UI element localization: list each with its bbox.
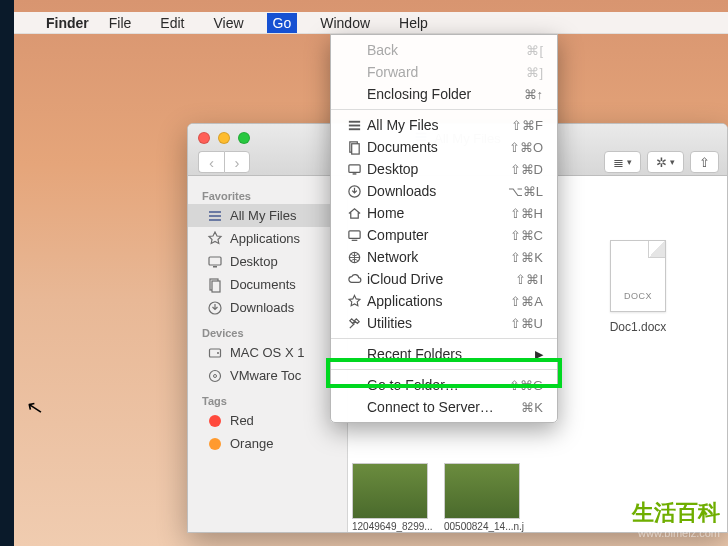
menu-separator xyxy=(331,369,557,370)
sidebar-item-allmyfiles[interactable]: All My Files xyxy=(188,204,347,227)
menu-item-downloads[interactable]: Downloads⌥⌘L xyxy=(331,180,557,202)
menu-shortcut: ⇧⌘K xyxy=(510,250,543,265)
sidebar-item-downloads[interactable]: Downloads xyxy=(188,296,347,319)
sidebar-tag-red[interactable]: Red xyxy=(188,409,347,432)
menu-shortcut: ⇧⌘F xyxy=(511,118,543,133)
file-name: Doc1.docx xyxy=(603,320,673,334)
sidebar-item-label: All My Files xyxy=(230,208,296,223)
watermark-title: 生活百科 xyxy=(632,500,720,526)
sidebar-item-desktop[interactable]: Desktop xyxy=(188,250,347,273)
menu-edit[interactable]: Edit xyxy=(154,13,190,33)
sidebar: Favorites All My Files Applications Desk… xyxy=(188,176,348,532)
menu-help[interactable]: Help xyxy=(393,13,434,33)
menu-item-connect-to-server[interactable]: Connect to Server…⌘K xyxy=(331,396,557,418)
menu-shortcut: ⇧⌘O xyxy=(509,140,543,155)
section-favorites: Favorites xyxy=(188,182,347,204)
menu-view[interactable]: View xyxy=(207,13,249,33)
svg-rect-17 xyxy=(348,128,359,130)
menu-item-icloud-drive[interactable]: iCloud Drive⇧⌘I xyxy=(331,268,557,290)
allfiles-icon xyxy=(345,118,363,133)
action-button[interactable]: ✲▾ xyxy=(647,151,684,173)
menu-item-label: Utilities xyxy=(367,315,510,331)
menu-item-utilities[interactable]: Utilities⇧⌘U xyxy=(331,312,557,334)
menu-item-label: Home xyxy=(367,205,510,221)
menu-item-label: Enclosing Folder xyxy=(367,86,524,102)
menu-item-home[interactable]: Home⇧⌘H xyxy=(331,202,557,224)
app-name[interactable]: Finder xyxy=(46,15,89,31)
sidebar-item-documents[interactable]: Documents xyxy=(188,273,347,296)
menu-item-network[interactable]: Network⇧⌘K xyxy=(331,246,557,268)
sidebar-tag-orange[interactable]: Orange xyxy=(188,432,347,455)
svg-rect-6 xyxy=(209,257,221,265)
menu-item-label: Recent Folders xyxy=(367,346,535,362)
downloads-icon xyxy=(206,299,223,316)
menu-window[interactable]: Window xyxy=(314,13,376,33)
menu-item-back: Back⌘[ xyxy=(331,39,557,61)
documents-icon xyxy=(206,276,223,293)
menu-item-recent-folders[interactable]: Recent Folders▶ xyxy=(331,343,557,365)
menu-file[interactable]: File xyxy=(103,13,138,33)
menu-shortcut: ⇧⌘C xyxy=(510,228,543,243)
file-item-image[interactable]: 00500824_14...n.jpg xyxy=(444,463,524,532)
menu-shortcut: ⇧⌘G xyxy=(509,378,543,393)
menu-shortcut: ⇧⌘A xyxy=(510,294,543,309)
file-name: 00500824_14...n.jpg xyxy=(444,521,524,532)
menu-item-desktop[interactable]: Desktop⇧⌘D xyxy=(331,158,557,180)
menu-item-documents[interactable]: Documents⇧⌘O xyxy=(331,136,557,158)
svg-rect-20 xyxy=(348,164,359,172)
svg-point-13 xyxy=(209,370,220,381)
file-item-doc[interactable]: DOCX Doc1.docx xyxy=(603,240,673,334)
allmyfiles-icon xyxy=(206,207,223,224)
utilities-icon xyxy=(345,316,363,331)
svg-rect-23 xyxy=(348,230,359,238)
menu-item-enclosing-folder[interactable]: Enclosing Folder⌘↑ xyxy=(331,83,557,105)
back-button[interactable]: ‹ xyxy=(198,151,224,173)
docx-icon: DOCX xyxy=(610,240,666,312)
section-devices: Devices xyxy=(188,319,347,341)
svg-point-14 xyxy=(213,374,216,377)
go-menu: Back⌘[Forward⌘]Enclosing Folder⌘↑All My … xyxy=(330,34,558,423)
menu-item-label: Applications xyxy=(367,293,510,309)
sidebar-item-label: Downloads xyxy=(230,300,294,315)
menu-item-applications[interactable]: Applications⇧⌘A xyxy=(331,290,557,312)
menu-item-label: Go to Folder… xyxy=(367,377,509,393)
share-icon: ⇧ xyxy=(699,155,710,170)
menu-item-all-my-files[interactable]: All My Files⇧⌘F xyxy=(331,114,557,136)
sidebar-item-hdd[interactable]: MAC OS X 1 xyxy=(188,341,347,364)
share-button[interactable]: ⇧ xyxy=(690,151,719,173)
svg-rect-3 xyxy=(209,211,221,213)
image-icon xyxy=(444,463,520,519)
apps-icon xyxy=(345,294,363,309)
sidebar-item-applications[interactable]: Applications xyxy=(188,227,347,250)
menu-shortcut: ⇧⌘U xyxy=(510,316,543,331)
file-item-image[interactable]: 12049649_8299...n.jpg xyxy=(352,463,432,532)
forward-button[interactable]: › xyxy=(224,151,250,173)
menu-item-forward: Forward⌘] xyxy=(331,61,557,83)
svg-rect-21 xyxy=(352,173,356,174)
cursor-icon: ↖ xyxy=(24,393,46,420)
chevron-down-icon: ▾ xyxy=(627,157,632,167)
sidebar-item-label: Red xyxy=(230,413,254,428)
menu-separator xyxy=(331,338,557,339)
menu-item-label: Forward xyxy=(367,64,526,80)
menu-go[interactable]: Go xyxy=(267,13,298,33)
menu-shortcut: ⌘K xyxy=(521,400,543,415)
menu-item-label: Network xyxy=(367,249,510,265)
tagdot-icon xyxy=(206,412,223,429)
svg-rect-9 xyxy=(212,281,220,292)
menu-item-computer[interactable]: Computer⇧⌘C xyxy=(331,224,557,246)
svg-rect-7 xyxy=(213,266,217,268)
nav-buttons: ‹ › xyxy=(198,151,250,173)
watermark: 生活百科 www.bimeiz.com xyxy=(632,500,720,540)
menu-item-go-to-folder[interactable]: Go to Folder…⇧⌘G xyxy=(331,374,557,396)
view-mode-button[interactable]: ≣▾ xyxy=(604,151,641,173)
sidebar-item-disc[interactable]: VMware Toc xyxy=(188,364,347,387)
submenu-arrow-icon: ▶ xyxy=(535,348,543,361)
macos-menubar: Finder File Edit View Go Window Help xyxy=(14,12,728,34)
svg-rect-5 xyxy=(209,219,221,221)
menu-shortcut: ⌘[ xyxy=(526,43,543,58)
thumbnails-row: 12049649_8299...n.jpg 00500824_14...n.jp… xyxy=(352,463,524,532)
chevron-down-icon: ▾ xyxy=(670,157,675,167)
image-icon xyxy=(352,463,428,519)
sidebar-item-label: Orange xyxy=(230,436,273,451)
